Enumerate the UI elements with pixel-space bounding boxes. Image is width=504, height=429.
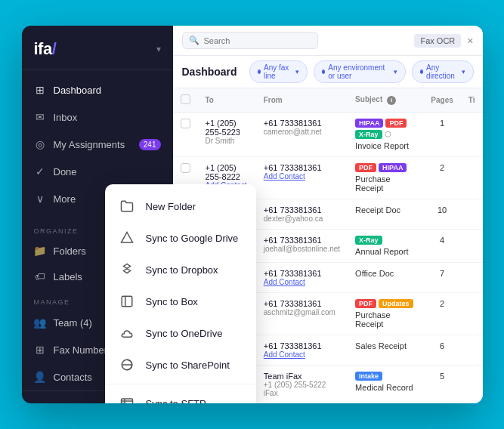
- sidebar-item-my-assignments[interactable]: ◎ My Assignments 241: [22, 131, 173, 158]
- filter-fax-line[interactable]: Any fax line ▾: [249, 60, 308, 83]
- menu-item-sync-sharepoint[interactable]: Sync to SharePoint: [105, 349, 256, 381]
- tag-list: HIPAA PDF X-Ray ⬡: [355, 119, 416, 139]
- from-brand: iFax: [264, 389, 340, 397]
- hipaa-tag: HIPAA: [379, 163, 407, 172]
- chevron-down-icon: ▾: [394, 68, 397, 76]
- row-checkbox[interactable]: [181, 119, 190, 128]
- search-input[interactable]: [204, 36, 311, 45]
- xray-tag: X-Ray: [355, 236, 382, 245]
- table-row: +1 (205) 255-5223 Dr Smith +61 733381361…: [173, 113, 483, 157]
- subject-text: Receipt Doc: [355, 205, 416, 214]
- sharepoint-icon: [119, 356, 135, 373]
- menu-item-sync-onedrive[interactable]: Sync to OneDrive: [105, 317, 256, 349]
- from-name: cameron@att.net: [264, 128, 340, 136]
- filter-dot: [420, 69, 423, 74]
- inbox-icon: ✉: [34, 111, 46, 123]
- dropbox-icon: [119, 261, 135, 278]
- chevron-down-icon: ▾: [156, 44, 161, 54]
- from-name[interactable]: Add Contact: [264, 172, 340, 181]
- xray-tag: X-Ray: [355, 130, 382, 139]
- from-name[interactable]: Add Contact: [264, 350, 340, 359]
- time-cell: [461, 335, 483, 366]
- row-checkbox[interactable]: [181, 163, 190, 173]
- logo-text: ifa/: [34, 39, 57, 59]
- select-all-checkbox[interactable]: [181, 94, 190, 104]
- pages-count: 2: [423, 157, 460, 199]
- pages-count: 5: [423, 366, 460, 404]
- svg-marker-0: [121, 233, 132, 243]
- filter-dot: [258, 69, 261, 74]
- from-number: +61 733381361: [264, 163, 340, 172]
- filter-environment[interactable]: Any environment or user ▾: [314, 60, 406, 83]
- more-icon: ∨: [34, 193, 46, 205]
- svg-rect-1: [122, 296, 132, 307]
- assignments-badge: 241: [139, 139, 161, 150]
- subject-text: Purchase Receipt: [355, 310, 416, 329]
- to-number: +1 (205) 255-8222: [206, 163, 249, 181]
- menu-item-sync-google-drive[interactable]: Sync to Google Drive: [105, 222, 256, 254]
- sidebar-logo: ifa/ ▾: [22, 26, 173, 70]
- from-name: dexter@yahoo.ca: [264, 214, 340, 223]
- time-cell: [461, 263, 483, 293]
- labels-icon: 🏷: [34, 270, 46, 282]
- menu-item-sync-box[interactable]: Sync to Box: [105, 285, 256, 317]
- table-header-row: To From Subject i Pages Ti: [173, 88, 483, 113]
- sidebar-item-inbox[interactable]: ✉ Inbox: [22, 103, 173, 131]
- subject-text: Invoice Report: [355, 141, 416, 150]
- col-checkbox: [173, 88, 198, 113]
- subject-text: Medical Record: [355, 383, 416, 392]
- to-name: Dr Smith: [206, 137, 249, 145]
- menu-item-sync-dropbox[interactable]: Sync to Dropbox: [105, 254, 256, 285]
- sidebar-item-done[interactable]: ✓ Done: [22, 158, 173, 185]
- new-folder-icon: [119, 198, 135, 214]
- sftp-icon: [119, 395, 135, 403]
- grid-icon: ⊞: [34, 84, 46, 96]
- menu-divider: [105, 384, 256, 384]
- app-window: ifa/ ▾ ⊞ Dashboard ✉ Inbox ◎ My Assignme…: [22, 26, 483, 403]
- search-box[interactable]: 🔍: [182, 32, 318, 49]
- pages-count: 2: [423, 293, 460, 335]
- to-number: +1 (205) 255-5223: [206, 119, 249, 137]
- tag-list: Intake: [355, 372, 416, 381]
- context-menu: New Folder Sync to Google Drive Sync to …: [105, 184, 256, 403]
- chevron-down-icon: ▾: [462, 68, 465, 76]
- col-subject: Subject i: [348, 88, 423, 113]
- done-icon: ✓: [34, 165, 46, 177]
- google-drive-icon: [119, 230, 135, 246]
- from-number: +61 733381361: [264, 299, 340, 308]
- fax-ocr-badge: Fax OCR: [414, 34, 461, 48]
- topbar: 🔍 Fax OCR ×: [173, 26, 483, 56]
- time-cell: [461, 230, 483, 263]
- filter-dot: [322, 69, 326, 74]
- pages-count: 1: [423, 113, 460, 157]
- chevron-down-icon: ▾: [295, 68, 299, 76]
- time-cell: [461, 293, 483, 335]
- subject-text: Annual Report: [355, 247, 416, 256]
- time-cell: [461, 366, 483, 404]
- pdf-tag: PDF: [385, 119, 407, 128]
- col-to: To: [198, 88, 256, 113]
- update-tag: Updates: [379, 299, 413, 308]
- menu-item-new-folder[interactable]: New Folder: [105, 190, 256, 222]
- page-title: Dashboard: [182, 66, 237, 78]
- folder-icon: 📁: [34, 245, 46, 257]
- sidebar-item-dashboard[interactable]: ⊞ Dashboard: [22, 76, 173, 103]
- filter-direction[interactable]: Any direction ▾: [412, 60, 474, 83]
- from-number: +61 733381361: [264, 236, 340, 245]
- subject-text: Sales Receipt: [355, 341, 416, 350]
- from-name: aschmitz@gmail.com: [264, 308, 340, 316]
- time-cell: [461, 113, 483, 157]
- col-time: Ti: [461, 88, 483, 113]
- pdf-tag: PDF: [355, 299, 376, 308]
- pages-count: 7: [423, 263, 460, 293]
- subject-text: Purchase Receipt: [355, 174, 416, 193]
- time-cell: [461, 157, 483, 199]
- assignments-icon: ◎: [34, 138, 46, 150]
- from-name[interactable]: Add Contact: [264, 278, 340, 286]
- pages-count: 6: [423, 335, 460, 366]
- col-from: From: [256, 88, 348, 113]
- close-icon[interactable]: ×: [467, 35, 473, 47]
- menu-item-sync-sftp[interactable]: Sync to SFTP: [105, 387, 256, 403]
- from-number: +61 733381361: [264, 119, 340, 128]
- intake-tag: Intake: [355, 372, 382, 381]
